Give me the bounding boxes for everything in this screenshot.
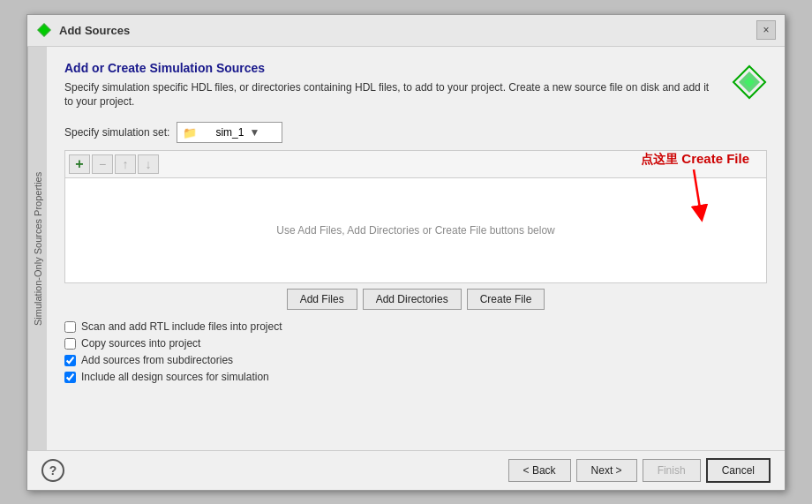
sim-set-value: sim_1: [215, 126, 244, 139]
remove-file-toolbar-button[interactable]: −: [92, 154, 113, 174]
folder-icon: 📁: [183, 126, 210, 139]
create-file-button[interactable]: Create File: [467, 289, 545, 310]
vivado-logo-icon: [732, 64, 767, 100]
add-file-toolbar-button[interactable]: +: [69, 154, 90, 174]
file-list[interactable]: Use Add Files, Add Directories or Create…: [64, 177, 767, 283]
vivado-logo: [732, 64, 767, 102]
header-area: Add or Create Simulation Sources Specify…: [64, 61, 767, 123]
move-down-toolbar-button[interactable]: ↓: [138, 154, 159, 174]
chevron-down-icon: ▼: [249, 126, 276, 139]
svg-marker-1: [39, 25, 49, 35]
next-button[interactable]: Next >: [576, 459, 637, 482]
include-design-sources-label: Include all design sources for simulatio…: [81, 371, 269, 383]
title-bar-left: Add Sources: [36, 22, 130, 38]
vivado-title-icon: [36, 22, 52, 38]
add-subdirs-checkbox[interactable]: [64, 355, 76, 366]
finish-button[interactable]: Finish: [643, 459, 701, 482]
scan-rtl-label: Scan and add RTL include files into proj…: [81, 320, 282, 333]
title-bar: Add Sources ×: [27, 15, 785, 47]
cancel-button[interactable]: Cancel: [706, 458, 771, 483]
checkbox-row-1: Copy sources into project: [64, 337, 767, 350]
footer-left: ?: [41, 459, 64, 482]
scan-rtl-checkbox[interactable]: [64, 321, 76, 333]
back-button[interactable]: < Back: [508, 459, 571, 482]
footer: ? < Back Next > Finish Cancel: [27, 450, 785, 490]
file-list-container: Use Add Files, Add Directories or Create…: [64, 177, 767, 310]
sim-set-select[interactable]: 📁 sim_1 ▼: [177, 122, 282, 143]
add-directories-button[interactable]: Add Directories: [363, 289, 462, 310]
sidebar: Simulation-Only Sources Properties: [27, 47, 47, 450]
copy-sources-label: Copy sources into project: [81, 337, 200, 350]
sidebar-label: Simulation-Only Sources Properties: [33, 171, 43, 325]
move-up-toolbar-button[interactable]: ↑: [115, 154, 136, 174]
checkbox-row-2: Add sources from subdirectories: [64, 354, 767, 366]
header-text: Add or Create Simulation Sources Specify…: [64, 61, 718, 123]
close-button[interactable]: ×: [756, 20, 776, 40]
main-content: Add or Create Simulation Sources Specify…: [47, 47, 785, 450]
add-sources-dialog: Add Sources × Simulation-Only Sources Pr…: [26, 14, 786, 491]
sim-set-row: Specify simulation set: 📁 sim_1 ▼: [64, 122, 767, 143]
checkbox-row-0: Scan and add RTL include files into proj…: [64, 320, 767, 333]
file-actions: Add Files Add Directories Create File: [64, 289, 767, 310]
sim-set-label: Specify simulation set:: [64, 126, 169, 139]
dialog-title: Add Sources: [59, 24, 130, 37]
file-toolbar: + − ↑ ↓: [64, 150, 767, 177]
footer-right: < Back Next > Finish Cancel: [508, 458, 771, 483]
checkbox-row-3: Include all design sources for simulatio…: [64, 371, 767, 383]
copy-sources-checkbox[interactable]: [64, 338, 76, 350]
section-desc: Specify simulation specific HDL files, o…: [64, 80, 718, 110]
file-list-hint: Use Add Files, Add Directories or Create…: [276, 224, 554, 237]
add-files-button[interactable]: Add Files: [287, 289, 357, 310]
help-button[interactable]: ?: [41, 459, 64, 482]
section-title: Add or Create Simulation Sources: [64, 61, 718, 75]
include-design-sources-checkbox[interactable]: [64, 372, 76, 383]
checkboxes-section: Scan and add RTL include files into proj…: [64, 320, 767, 383]
add-subdirs-label: Add sources from subdirectories: [81, 354, 233, 366]
